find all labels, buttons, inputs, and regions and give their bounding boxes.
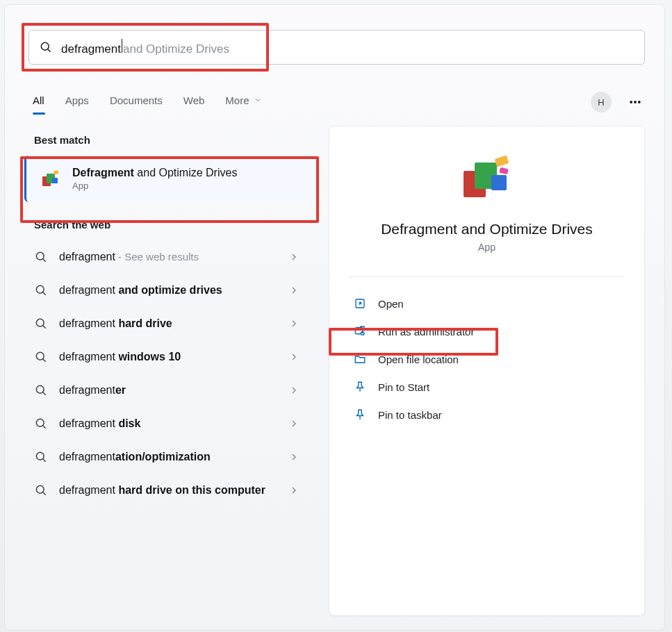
- svg-point-19: [36, 419, 44, 426]
- filter-tab-label: Documents: [110, 94, 163, 106]
- svg-point-4: [639, 101, 640, 103]
- chevron-right-icon: [288, 485, 300, 496]
- detail-subtitle: App: [349, 242, 625, 253]
- web-result-item[interactable]: defragmenter: [22, 374, 312, 407]
- best-match-result[interactable]: Defragment and Optimize Drives App: [24, 156, 311, 202]
- folder-icon: [353, 352, 367, 366]
- svg-line-1: [48, 49, 51, 52]
- action-label: Pin to taskbar: [378, 409, 442, 421]
- search-bar-container: defragment and Optimize Drives: [28, 30, 645, 65]
- svg-point-13: [36, 319, 44, 326]
- svg-point-3: [634, 101, 636, 103]
- search-icon: [34, 450, 48, 464]
- filter-tab-label: Apps: [65, 94, 89, 106]
- best-match-title-bold: Defragment: [72, 167, 134, 178]
- pin-icon: [353, 408, 367, 422]
- search-icon: [34, 417, 48, 431]
- svg-rect-29: [499, 167, 508, 174]
- chevron-right-icon: [288, 318, 300, 329]
- results-column: Best match Defragment and Optimize Drive…: [22, 126, 312, 616]
- search-input[interactable]: defragment and Optimize Drives: [28, 30, 645, 65]
- search-ghost-text: and Optimize Drives: [123, 42, 229, 56]
- svg-line-22: [43, 459, 46, 462]
- web-result-item[interactable]: defragment and optimize drives: [22, 274, 312, 307]
- chevron-right-icon: [288, 418, 300, 429]
- filter-tab-apps[interactable]: Apps: [65, 94, 89, 110]
- user-avatar[interactable]: H: [591, 92, 612, 113]
- svg-line-16: [43, 359, 46, 362]
- svg-point-23: [36, 485, 44, 493]
- web-result-label: defragment - See web results: [59, 251, 277, 263]
- web-result-item[interactable]: defragment hard drive: [22, 307, 312, 340]
- svg-rect-8: [54, 170, 59, 175]
- app-icon: [39, 167, 63, 191]
- filter-tabs: All Apps Documents Web More: [33, 94, 262, 110]
- action-run-admin[interactable]: Run as administrator: [349, 317, 625, 345]
- best-match-text: Defragment and Optimize Drives App: [72, 167, 237, 191]
- action-pin-start[interactable]: Pin to Start: [349, 373, 625, 401]
- best-match-title-rest: and Optimize Drives: [134, 167, 238, 178]
- web-result-label: defragment and optimize drives: [59, 284, 277, 297]
- svg-line-10: [43, 259, 46, 262]
- svg-point-15: [36, 352, 44, 360]
- web-result-item[interactable]: defragment - See web results: [22, 240, 312, 274]
- web-result-item[interactable]: defragment disk: [22, 407, 312, 440]
- web-result-label: defragment hard drive on this computer: [59, 484, 277, 497]
- action-open-location[interactable]: Open file location: [349, 345, 625, 373]
- chevron-right-icon: [288, 385, 300, 396]
- svg-line-18: [43, 392, 46, 395]
- action-label: Run as administrator: [378, 326, 474, 338]
- action-pin-taskbar[interactable]: Pin to taskbar: [349, 401, 625, 429]
- svg-point-9: [36, 252, 44, 260]
- detail-pane: Defragment and Optimize Drives App Open …: [329, 126, 645, 616]
- web-result-item[interactable]: defragmentation/optimization: [22, 440, 312, 474]
- svg-line-24: [43, 492, 46, 495]
- header-right: H: [591, 92, 645, 113]
- svg-rect-7: [52, 178, 58, 183]
- svg-line-12: [43, 292, 46, 295]
- pin-icon: [353, 380, 367, 394]
- search-icon: [34, 283, 48, 297]
- search-web-heading: Search the web: [34, 219, 312, 231]
- filter-tab-web[interactable]: Web: [183, 94, 205, 110]
- open-icon: [353, 297, 367, 310]
- web-result-label: defragmentation/optimization: [59, 451, 277, 463]
- svg-line-14: [43, 326, 46, 329]
- web-result-label: defragment disk: [59, 417, 277, 430]
- web-result-label: defragment hard drive: [59, 317, 277, 330]
- best-match-subtitle: App: [72, 181, 237, 191]
- chevron-right-icon: [288, 451, 300, 463]
- defrag-app-icon-large: [458, 153, 516, 203]
- filter-tab-label: Web: [183, 94, 205, 106]
- web-result-item[interactable]: defragment hard drive on this computer: [22, 474, 312, 507]
- divider: [349, 276, 625, 277]
- filter-tab-label: More: [225, 94, 249, 106]
- svg-rect-27: [491, 175, 507, 190]
- filter-tabs-row: All Apps Documents Web More H: [33, 88, 645, 116]
- more-options-button[interactable]: [625, 92, 645, 112]
- svg-point-2: [630, 101, 632, 103]
- action-open[interactable]: Open: [349, 290, 625, 317]
- svg-point-17: [36, 385, 44, 393]
- filter-tab-more[interactable]: More: [225, 94, 261, 110]
- best-match-title: Defragment and Optimize Drives: [72, 167, 237, 179]
- action-list: Open Run as administrator Open file loca…: [349, 290, 625, 429]
- best-match-heading: Best match: [34, 134, 312, 146]
- action-label: Pin to Start: [378, 381, 429, 393]
- search-icon: [34, 483, 48, 497]
- svg-rect-28: [494, 156, 509, 167]
- filter-tab-all[interactable]: All: [33, 94, 44, 110]
- chevron-right-icon: [288, 351, 300, 363]
- defrag-app-icon: [40, 168, 62, 190]
- web-result-item[interactable]: defragment windows 10: [22, 340, 312, 374]
- web-result-label: defragment windows 10: [59, 351, 277, 363]
- chevron-right-icon: [288, 285, 300, 296]
- content-area: Best match Defragment and Optimize Drive…: [22, 126, 645, 616]
- detail-title: Defragment and Optimize Drives: [349, 221, 625, 238]
- action-label: Open file location: [378, 354, 459, 365]
- search-typed-text: defragment: [61, 42, 121, 56]
- text-caret: [122, 39, 122, 53]
- search-icon: [34, 383, 48, 397]
- filter-tab-documents[interactable]: Documents: [110, 94, 163, 110]
- admin-icon: [353, 324, 367, 338]
